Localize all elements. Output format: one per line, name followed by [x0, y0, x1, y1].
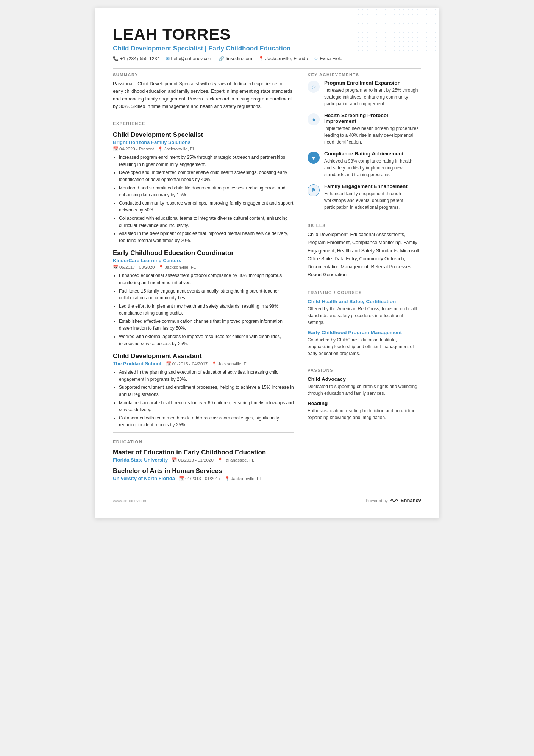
job-bullets-1: Increased program enrollment by 25% thro… [113, 154, 294, 244]
edu-school-2: University of North Florida [113, 476, 175, 481]
achievement-icon-2: ★ [308, 113, 320, 125]
passion-title-1: Child Advocacy [308, 376, 421, 382]
training-label: TRAINING / COURSES [308, 290, 421, 295]
phone-value: +1-(234)-555-1234 [120, 56, 160, 61]
achievement-content-2: Health Screening Protocol Improvement Im… [324, 113, 421, 146]
star-icon: ☆ [314, 56, 318, 61]
phone-contact: 📞 +1-(234)-555-1234 [113, 56, 160, 61]
footer-website: www.enhancv.com [113, 498, 147, 503]
calendar-icon-2: 📅 [113, 265, 118, 270]
left-column: SUMMARY Passionate Child Development Spe… [113, 72, 294, 481]
achievement-2: ★ Health Screening Protocol Improvement … [308, 113, 421, 146]
job-bullets-3: Assisted in the planning and execution o… [113, 369, 294, 429]
skills-label: SKILLS [308, 223, 421, 228]
calendar-icon-1: 📅 [113, 146, 118, 152]
training-title-1: Child Health and Safety Certification [308, 299, 421, 304]
job-location-2: 📍 Jacksonville, FL [158, 265, 196, 270]
job-location-1: 📍 Jacksonville, FL [158, 146, 195, 152]
phone-icon: 📞 [113, 56, 119, 61]
extra-field-value: Extra Field [320, 56, 342, 61]
achievement-icon-3: ♥ [308, 152, 320, 164]
achievement-icon-1: ☆ [308, 81, 320, 93]
bullet-3-3: Maintained accurate health records for o… [119, 399, 294, 413]
bullet-1-4: Conducted community resource workshops, … [119, 200, 294, 214]
achievement-desc-3: Achieved a 98% compliance rating in heal… [324, 158, 421, 178]
edu-meta-1: Florida State University 📅 01/2018 - 01/… [113, 457, 294, 463]
experience-label: EXPERIENCE [113, 121, 294, 126]
achievement-icon-4: ⚑ [308, 184, 320, 196]
achievement-4: ⚑ Family Engagement Enhancement Enhanced… [308, 183, 421, 211]
achievement-title-3: Compliance Rating Achievement [324, 151, 421, 157]
bullet-2-5: Worked with external agencies to improve… [119, 333, 294, 347]
calendar-icon-edu-2: 📅 [179, 476, 184, 481]
location-value: Jacksonville, Florida [265, 56, 308, 61]
job-header-inline-3: The Goddard School 📅 01/2015 - 04/2017 📍… [113, 361, 294, 366]
job-meta-1: 📅 04/2020 - Present 📍 Jacksonville, FL [113, 146, 294, 152]
company-name-2: KinderCare Learning Centers [113, 258, 294, 263]
job-meta-3: 📅 01/2015 - 04/2017 📍 Jacksonville, FL [166, 361, 249, 366]
job-dates-1: 04/2020 - Present [119, 147, 154, 151]
map-icon-edu-1: 📍 [217, 458, 223, 462]
resume-page: LEAH TORRES Child Development Specialist… [95, 8, 439, 518]
bullet-2-1: Enhanced educational assessment protocol… [119, 272, 294, 286]
achievement-3: ♥ Compliance Rating Achievement Achieved… [308, 151, 421, 178]
achievement-title-2: Health Screening Protocol Improvement [324, 113, 421, 124]
achievement-desc-4: Enhanced family engagement through works… [324, 190, 421, 211]
website-value: linkedin.com [226, 56, 252, 61]
summary-label: SUMMARY [113, 72, 294, 77]
achievement-desc-2: Implemented new health screening procedu… [324, 125, 421, 146]
header-section: LEAH TORRES Child Development Specialist… [113, 26, 421, 61]
job-title-1: Child Development Specialist [113, 131, 294, 139]
website-icon: 🔗 [219, 56, 224, 61]
job-dates-icon-1: 📅 04/2020 - Present [113, 146, 154, 152]
header-divider [113, 68, 421, 69]
map-icon-1: 📍 [158, 146, 163, 152]
passions-label: PASSIONS [308, 368, 421, 373]
education-divider [113, 432, 294, 433]
location-contact: 📍 Jacksonville, Florida [258, 56, 308, 61]
bullet-1-5: Collaborated with educational teams to i… [119, 215, 294, 229]
achievement-title-1: Program Enrollment Expansion [324, 80, 421, 86]
achievement-content-4: Family Engagement Enhancement Enhanced f… [324, 183, 421, 211]
website-contact: 🔗 linkedin.com [219, 56, 252, 61]
job-meta-2: 📅 05/2017 - 03/2020 📍 Jacksonville, FL [113, 265, 294, 270]
email-icon: ✉ [166, 56, 170, 61]
achievement-1: ☆ Program Enrollment Expansion Increased… [308, 80, 421, 107]
achievements-label: KEY ACHIEVEMENTS [308, 72, 421, 77]
email-contact: ✉ help@enhancv.com [166, 56, 213, 61]
map-icon-3: 📍 [211, 361, 217, 366]
edu-location-1: 📍 Tallahassee, FL [217, 457, 255, 463]
candidate-title: Child Development Specialist | Early Chi… [113, 45, 421, 52]
job-dates-2: 📅 05/2017 - 03/2020 [113, 265, 155, 270]
training-desc-2: Conducted by ChildCare Education Institu… [308, 337, 421, 357]
edu-location-2: 📍 Jacksonville, FL [225, 476, 262, 481]
bullet-1-2: Developed and implemented comprehensive … [119, 169, 294, 183]
contact-line: 📞 +1-(234)-555-1234 ✉ help@enhancv.com 🔗… [113, 56, 421, 61]
company-name-3: The Goddard School [113, 361, 161, 366]
brand-name: Enhancv [401, 498, 421, 503]
job-title-3: Child Development Assistant [113, 352, 294, 360]
summary-text: Passionate Child Development Specialist … [113, 80, 294, 110]
bullet-1-1: Increased program enrollment by 25% thro… [119, 154, 294, 168]
footer: www.enhancv.com Powered by Enhancv [113, 493, 421, 503]
training-divider [308, 283, 421, 283]
achievement-content-1: Program Enrollment Expansion Increased p… [324, 80, 421, 107]
edu-school-1: Florida State University [113, 457, 168, 463]
bullet-1-3: Monitored and streamlined child file doc… [119, 185, 294, 199]
powered-by-text: Powered by [366, 498, 388, 503]
map-icon-edu-2: 📍 [225, 476, 230, 481]
skills-text: Child Development, Educational Assessmen… [308, 231, 421, 279]
passions-divider [308, 361, 421, 361]
email-value: help@enhancv.com [171, 56, 213, 61]
job-bullets-2: Enhanced educational assessment protocol… [113, 272, 294, 347]
main-columns: SUMMARY Passionate Child Development Spe… [113, 72, 421, 481]
extra-contact: ☆ Extra Field [314, 56, 342, 61]
enhancv-logo-icon [390, 498, 398, 503]
footer-brand: Powered by Enhancv [366, 498, 421, 503]
training-title-2: Early Childhood Program Management [308, 330, 421, 335]
achievement-title-4: Family Engagement Enhancement [324, 183, 421, 189]
summary-divider [113, 114, 294, 114]
job-dates-3: 📅 01/2015 - 04/2017 [166, 361, 208, 366]
education-label: EDUCATION [113, 440, 294, 444]
candidate-name: LEAH TORRES [113, 26, 421, 43]
